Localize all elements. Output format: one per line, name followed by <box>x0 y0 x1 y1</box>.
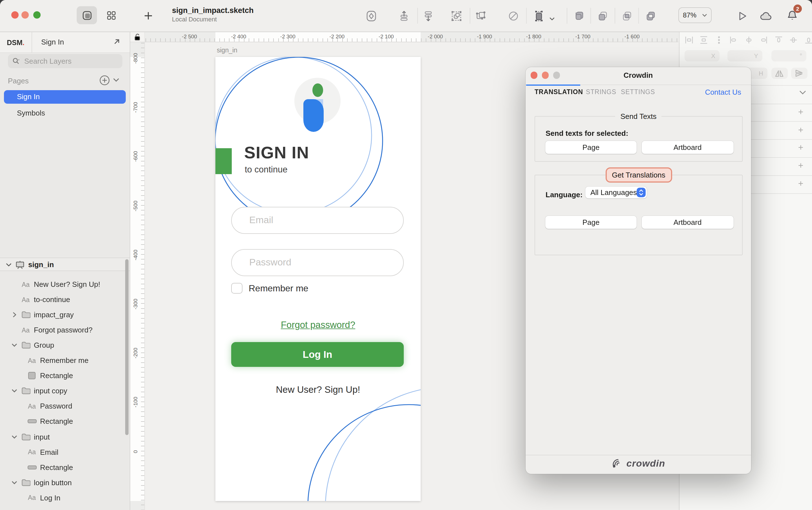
ruler-ticks <box>145 38 678 42</box>
tab-current-page[interactable]: Sign In <box>41 38 64 46</box>
layer-row[interactable]: AaNew User? Sign Up! <box>0 277 129 292</box>
alignment-button[interactable] <box>714 35 723 44</box>
y-position-field[interactable]: Y <box>727 50 762 61</box>
boolean-intersect-button[interactable] <box>619 8 634 23</box>
layer-row[interactable]: login button <box>0 475 129 490</box>
layer-row[interactable]: Rectangle <box>0 414 129 429</box>
tab-settings[interactable]: SETTINGS <box>621 89 655 95</box>
artboard-canvas-label[interactable]: sign_in <box>217 47 237 54</box>
add-style-button[interactable]: + <box>796 108 805 117</box>
tab-dsm[interactable]: DSM. <box>0 32 32 53</box>
add-style-button[interactable]: + <box>796 161 805 170</box>
alignment-button[interactable] <box>729 35 738 44</box>
password-field[interactable]: Password <box>231 249 404 276</box>
chevron-down-icon[interactable] <box>11 480 17 484</box>
chevron-down-icon[interactable] <box>6 262 12 267</box>
log-in-button[interactable]: Log In <box>231 342 404 367</box>
get-page-button[interactable]: Page <box>545 216 637 229</box>
chevron-down-icon[interactable] <box>11 435 17 439</box>
alignment-button[interactable] <box>759 35 768 44</box>
layer-row[interactable]: Group <box>0 337 129 353</box>
minimize-button[interactable] <box>22 11 29 19</box>
layer-row[interactable]: Rectangle <box>0 459 129 475</box>
chevron-down-icon[interactable] <box>11 343 17 347</box>
cloud-icon <box>759 10 773 21</box>
remember-me-label: Remember me <box>249 283 309 294</box>
preview-button[interactable] <box>735 8 749 23</box>
chevron-down-icon[interactable] <box>11 389 17 393</box>
rotation-field[interactable]: ° <box>771 50 806 61</box>
alignment-button[interactable] <box>684 35 693 44</box>
sidebar-scrollbar[interactable] <box>125 259 128 435</box>
language-select[interactable]: All Languages <box>585 186 647 198</box>
insert-chevron[interactable] <box>154 11 169 25</box>
layer-row[interactable]: AaEmail <box>0 444 129 459</box>
chevron-right-icon[interactable] <box>12 312 16 318</box>
layer-label: input copy <box>34 387 67 395</box>
get-translations-button[interactable]: Get Translations <box>605 168 672 183</box>
no-fill-button[interactable] <box>506 8 520 23</box>
send-artboard-button[interactable]: Artboard <box>642 141 733 154</box>
crowdin-window[interactable]: Crowdin TRANSLATION STRINGS SETTINGS Con… <box>526 67 751 474</box>
zoom-window-button[interactable] <box>33 11 40 19</box>
layer-row[interactable]: Rectangle <box>0 368 129 384</box>
tab-translation[interactable]: TRANSLATION <box>534 89 583 95</box>
layer-row[interactable]: AaPassword <box>0 399 129 414</box>
tab-strings[interactable]: STRINGS <box>586 89 616 95</box>
alignment-button[interactable] <box>699 35 708 44</box>
group-button[interactable] <box>449 8 464 23</box>
layer-row[interactable]: AaRemember me <box>0 353 129 368</box>
add-page-button[interactable] <box>99 75 110 86</box>
section-collapse-chevron[interactable] <box>799 90 806 95</box>
alignment-button[interactable] <box>774 35 783 44</box>
layer-row[interactable]: AaLog In <box>0 490 129 505</box>
artboard-sign-in[interactable]: SIGN IN to continue Email Password Remem… <box>215 57 421 501</box>
remember-me-checkbox[interactable] <box>231 283 242 294</box>
get-artboard-button[interactable]: Artboard <box>642 216 733 229</box>
insert-button[interactable] <box>141 8 156 23</box>
frame-button[interactable] <box>531 8 546 23</box>
sign-up-text[interactable]: New User? Sign Up! <box>215 384 420 395</box>
ruler-tick-label: -2 000 <box>428 33 443 39</box>
layer-row[interactable]: input copy <box>0 384 129 399</box>
send-backward-button[interactable] <box>421 8 436 23</box>
frame-chevron[interactable] <box>545 11 559 26</box>
layer-row[interactable]: AaForgot password? <box>0 322 129 337</box>
x-position-field[interactable]: X <box>684 50 719 61</box>
alignment-button[interactable] <box>789 35 798 44</box>
contact-us-link[interactable]: Contact Us <box>705 88 741 97</box>
alignment-button[interactable] <box>804 35 812 44</box>
add-style-button[interactable]: + <box>796 143 805 152</box>
flip-horizontal-button[interactable] <box>771 68 787 79</box>
boolean-subtract-button[interactable] <box>595 8 610 23</box>
zoom-level-dropdown[interactable]: 87% <box>678 7 712 23</box>
forgot-password-link[interactable]: Forgot password? <box>281 320 355 330</box>
flip-vertical-button[interactable] <box>791 68 807 79</box>
page-item-symbols[interactable]: Symbols <box>4 106 126 119</box>
layer-row[interactable]: Aato-continue <box>0 292 129 307</box>
create-symbol-button[interactable] <box>364 8 378 23</box>
grid-view-toggle[interactable] <box>101 6 121 24</box>
ungroup-button[interactable] <box>473 8 488 23</box>
alignment-button[interactable] <box>744 35 753 44</box>
add-style-button[interactable]: + <box>796 126 805 135</box>
cloud-sync-button[interactable] <box>759 8 774 23</box>
open-external-button[interactable] <box>113 38 121 46</box>
close-button[interactable] <box>11 11 18 19</box>
add-style-button[interactable]: + <box>796 179 805 188</box>
page-item-label: Symbols <box>17 109 45 117</box>
boolean-union-button[interactable] <box>572 8 586 23</box>
pages-collapse-chevron[interactable] <box>113 78 120 82</box>
layer-artboard-header[interactable]: sign_in <box>0 257 129 271</box>
ruler-corner[interactable] <box>130 32 145 42</box>
page-item-sign-in[interactable]: Sign In <box>4 90 126 104</box>
send-page-button[interactable]: Page <box>545 141 637 154</box>
search-layers-field[interactable]: Search Layers <box>8 54 122 68</box>
email-field[interactable]: Email <box>231 207 404 234</box>
boolean-difference-button[interactable] <box>643 8 658 23</box>
layer-row[interactable]: input <box>0 429 129 444</box>
bring-forward-button[interactable] <box>397 8 411 23</box>
dsm-label: DSM <box>7 39 23 47</box>
layer-row[interactable]: impact_gray <box>0 307 129 322</box>
canvas-view-toggle[interactable] <box>77 6 97 24</box>
